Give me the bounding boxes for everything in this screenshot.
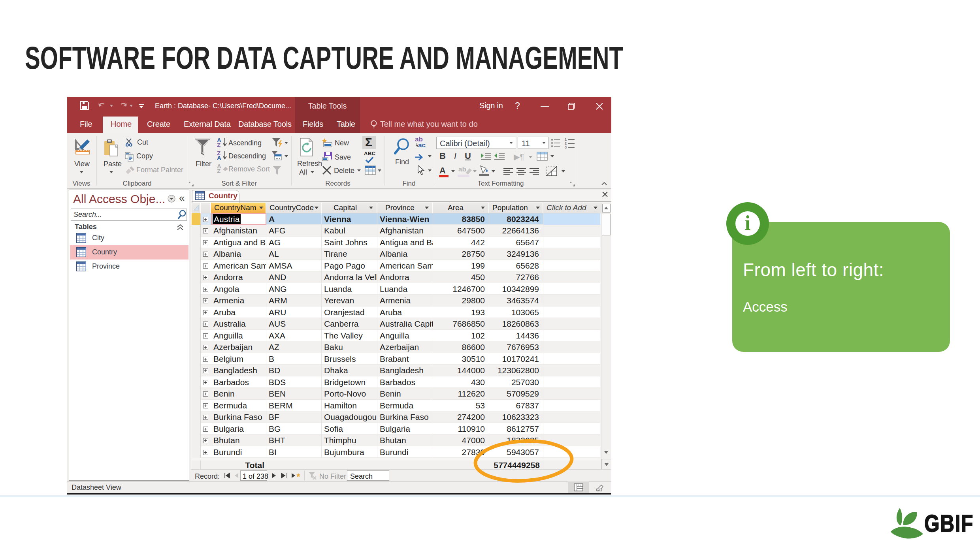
svg-text:3: 3: [565, 145, 567, 149]
svg-text:1: 1: [565, 137, 567, 141]
svg-text:2: 2: [565, 141, 567, 145]
